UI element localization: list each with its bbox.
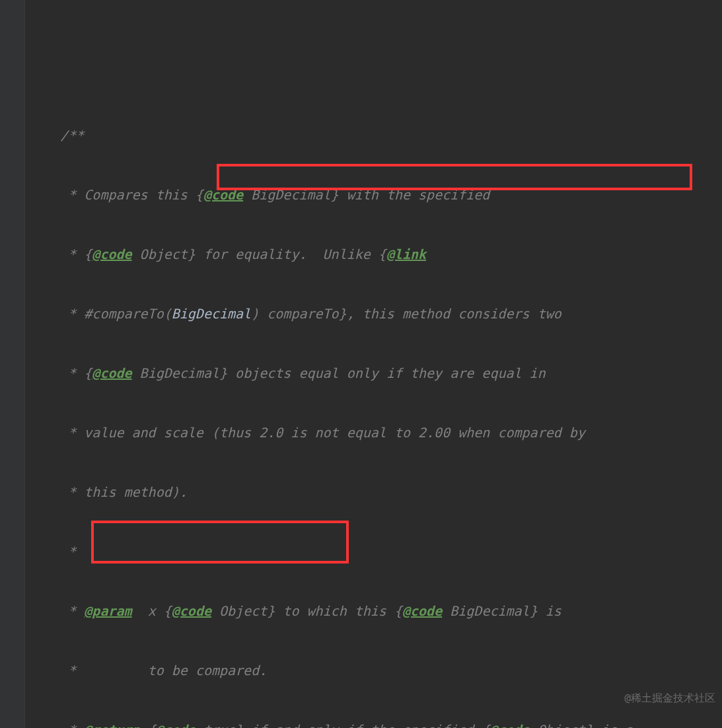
watermark: @稀土掘金技术社区	[624, 688, 715, 708]
code-area[interactable]: /** * Compares this {@code BigDecimal} w…	[25, 66, 722, 728]
highlighted-comment-1: (thus 2.0 is not equal to 2.00 when comp…	[211, 425, 585, 441]
comment-text: /**	[60, 127, 84, 143]
code-editor[interactable]: /** * Compares this {@code BigDecimal} w…	[0, 0, 722, 728]
gutter	[0, 0, 25, 728]
